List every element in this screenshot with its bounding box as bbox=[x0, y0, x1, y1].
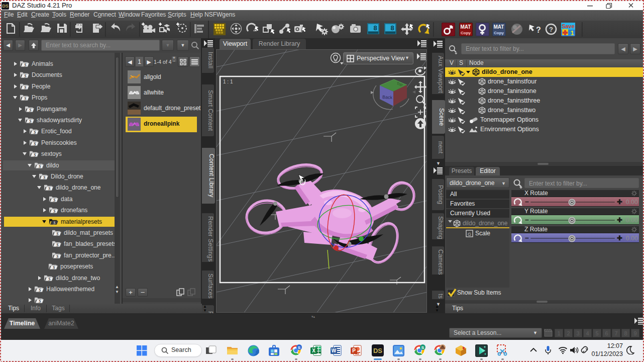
svg-text:1 : 1: 1 : 1 bbox=[223, 79, 233, 84]
svg-text:W: W bbox=[332, 348, 337, 353]
svg-text:Save: Save bbox=[562, 23, 575, 29]
svg-text:P: P bbox=[352, 348, 356, 353]
svg-text:G: G bbox=[468, 232, 471, 237]
svg-text:?: ? bbox=[536, 26, 541, 34]
svg-text:?: ? bbox=[549, 26, 553, 33]
svg-text:MAT: MAT bbox=[494, 24, 504, 30]
svg-text:Copy: Copy bbox=[494, 31, 504, 35]
svg-text:MAT: MAT bbox=[461, 24, 471, 30]
svg-text:DS: DS bbox=[2, 4, 9, 9]
svg-text:S: S bbox=[298, 345, 301, 350]
svg-text:S: S bbox=[421, 345, 424, 350]
svg-text:DS: DS bbox=[373, 347, 382, 354]
svg-text:X: X bbox=[312, 348, 315, 353]
svg-text:1: 1 bbox=[570, 29, 574, 37]
svg-text:8: 8 bbox=[373, 24, 377, 32]
svg-text:Back: Back bbox=[382, 95, 393, 100]
svg-text:Copy: Copy bbox=[461, 31, 471, 35]
svg-text:8: 8 bbox=[390, 24, 394, 32]
